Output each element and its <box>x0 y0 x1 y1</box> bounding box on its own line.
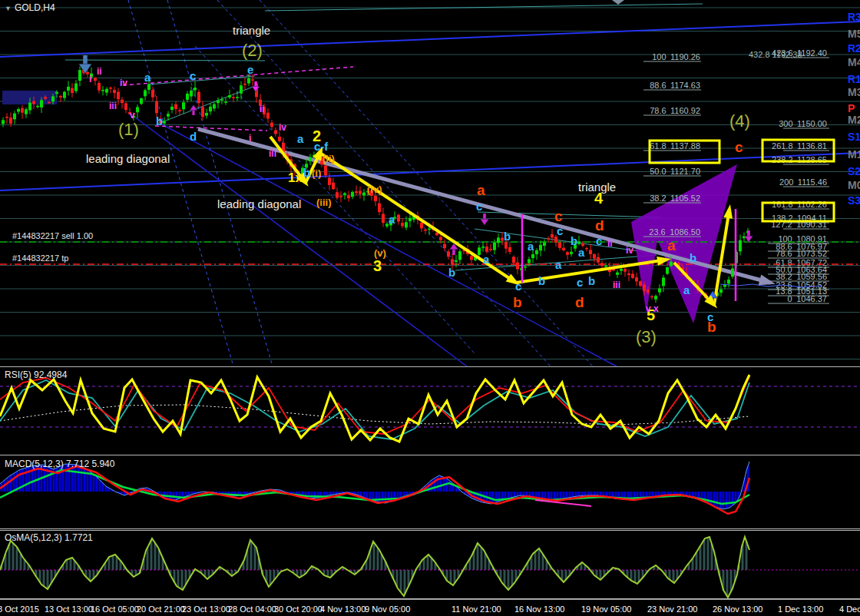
fib-label-fib-extension[interactable]: 161.8 1102.26 <box>772 200 827 209</box>
osma-panel <box>0 537 860 598</box>
candles <box>2 63 749 304</box>
fib-label-fib-major[interactable]: 61.8 1137.88 <box>650 141 700 151</box>
fib-label-fib-major[interactable]: 50.0 1121.70 <box>650 167 700 176</box>
fib-label-fib-major[interactable]: 78.6 1160.92 <box>650 106 700 115</box>
fib-label-fib-extension[interactable]: 200 1115.46 <box>779 177 827 187</box>
fib-label-fib-major[interactable]: 38.2 1105.52 <box>650 194 700 203</box>
fib-label-fib-minor[interactable]: 0 1046.37 <box>788 294 827 303</box>
fib-label-fib-extension[interactable]: 423.6 1192.40 <box>772 48 827 58</box>
chart-canvas[interactable]: 127.2 1227.56100 1190.2688.6 1174.6378.6… <box>0 0 860 616</box>
fib-label-fib-major[interactable]: 100 1190.26 <box>652 52 700 61</box>
mt4-chart-window[interactable]: 127.2 1227.56100 1190.2688.6 1174.6378.6… <box>0 0 860 616</box>
fib-label-fib-major[interactable]: 88.6 1174.63 <box>650 81 700 90</box>
fib-label-fib-extension[interactable]: 261.8 1136.81 <box>772 141 827 151</box>
fib-label-fib-extension[interactable]: 238.2 1128.65 <box>772 155 827 164</box>
arrow-down-marker[interactable] <box>252 81 260 92</box>
rsi-panel <box>0 375 860 442</box>
fib-label-fib-major[interactable]: 23.6 1086.50 <box>649 227 700 237</box>
arrow-c-top[interactable] <box>481 214 489 225</box>
arrow-up-marker[interactable] <box>190 104 197 115</box>
fib-label-fib-minor[interactable]: 78.6 1073.52 <box>776 249 827 258</box>
arrow-down-marker[interactable] <box>745 230 753 242</box>
fib-label-fib-extension[interactable]: 300 1150.00 <box>779 119 827 128</box>
macd-panel <box>0 462 749 514</box>
main-chart-layer: 127.2 1227.56100 1190.2688.6 1174.6378.6… <box>0 0 860 366</box>
